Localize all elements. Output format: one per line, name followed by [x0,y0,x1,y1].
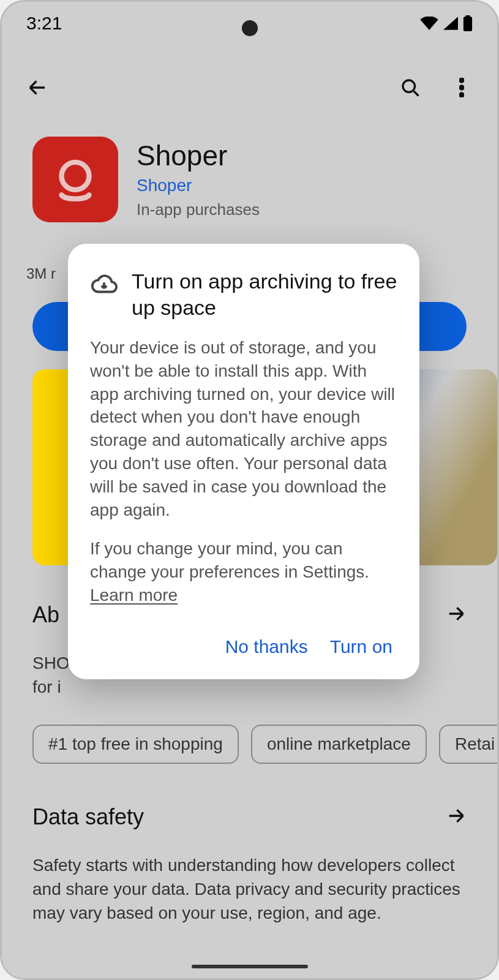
chip-top-free[interactable]: #1 top free in shopping [32,725,239,764]
tag-chips: #1 top free in shopping online marketpla… [32,725,497,764]
cell-signal-icon [443,17,458,30]
chip-retail[interactable]: Retai [439,725,497,764]
device-frame: 3:21 [0,0,499,980]
wifi-icon [420,17,438,30]
about-title: Ab [32,602,59,628]
in-app-purchases-label: In-app purchases [137,200,260,219]
dialog-body: Your device is out of storage, and you w… [90,336,397,607]
svg-point-3 [459,78,464,83]
svg-point-4 [459,85,464,90]
svg-rect-1 [465,15,470,18]
app-title: Shoper [137,139,260,172]
app-developer-link[interactable]: Shoper [137,176,260,195]
dialog-title: Turn on app archiving to free up space [132,268,397,320]
learn-more-link[interactable]: Learn more [90,586,178,605]
data-safety-title: Data safety [32,804,144,830]
search-button[interactable] [397,74,424,101]
turn-on-button[interactable]: Turn on [330,636,392,657]
dialog-header: Turn on app archiving to free up space [90,268,397,320]
no-thanks-button[interactable]: No thanks [225,636,308,657]
more-options-button[interactable] [448,74,475,101]
data-safety-header[interactable]: Data safety [32,804,467,830]
cloud-download-icon [90,268,118,301]
back-button[interactable] [24,74,51,101]
dialog-actions: No thanks Turn on [90,636,397,661]
battery-icon [463,15,473,31]
status-bar: 3:21 [2,2,497,45]
app-icon [32,137,118,222]
svg-point-6 [62,162,89,190]
app-bar-actions [397,74,475,101]
app-meta: Shoper Shoper In-app purchases [137,137,260,219]
arrow-right-icon [446,805,467,829]
data-safety-description: Safety starts with understanding how dev… [32,853,467,925]
svg-point-2 [403,80,415,92]
reviews-count: 3M r [26,265,56,282]
app-hero: Shoper Shoper In-app purchases [32,137,260,222]
home-indicator[interactable] [192,965,308,968]
status-right [420,15,473,31]
chip-marketplace[interactable]: online marketplace [251,725,427,764]
app-archiving-dialog: Turn on app archiving to free up space Y… [68,244,419,679]
arrow-right-icon [446,603,467,627]
svg-point-5 [459,92,464,97]
app-bar [2,63,497,112]
svg-rect-0 [463,17,472,31]
status-time: 3:21 [26,13,62,34]
dialog-paragraph-2: If you change your mind, you can change … [90,537,397,606]
dialog-paragraph-1: Your device is out of storage, and you w… [90,336,397,521]
